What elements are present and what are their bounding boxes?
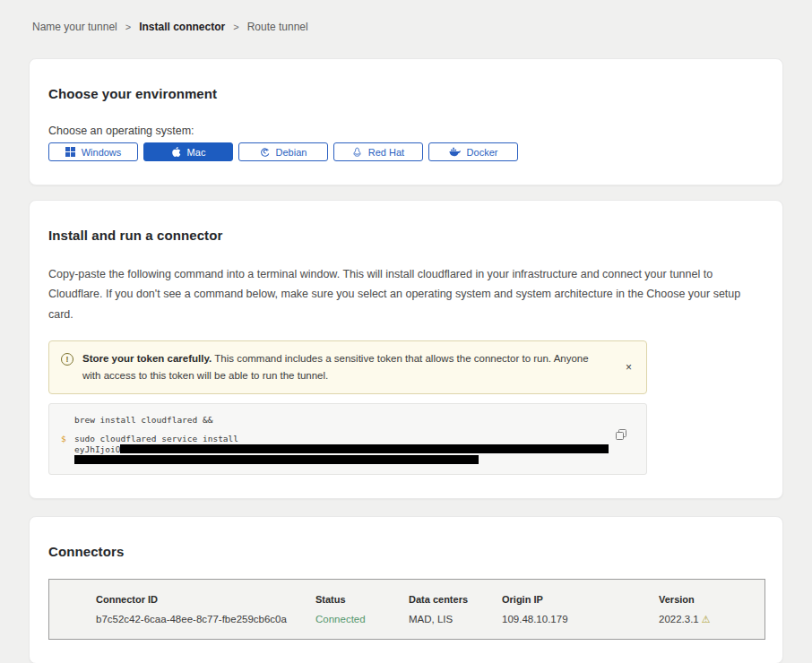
header-status: Status (315, 594, 409, 605)
connectors-table-header: Connector ID Status Data centers Origin … (96, 594, 756, 605)
cell-version: 2022.3.1⚠ (659, 614, 756, 625)
os-button-label: Docker (467, 147, 498, 158)
os-button-redhat[interactable]: Red Hat (333, 142, 423, 161)
breadcrumb: Name your tunnel > Install connector > R… (0, 0, 812, 33)
connectors-table: Connector ID Status Data centers Origin … (48, 579, 765, 640)
cell-connector-id: b7c52c42-6caa-48ee-8c77-fbe259cb6c0a (96, 614, 315, 624)
status-badge: Connected (315, 614, 409, 624)
breadcrumb-install-connector[interactable]: Install connector (139, 21, 225, 33)
os-button-label: Windows (82, 147, 122, 158)
token-prefix: eyJhIjoiO (74, 444, 120, 454)
token-warning-banner: ! Store your token carefully. This comma… (48, 340, 647, 394)
debian-logo-icon (260, 147, 270, 157)
code-line-sudo: $ sudo cloudflared service install (61, 434, 634, 444)
install-command-code-block: brew install cloudflared && $ sudo cloud… (48, 403, 647, 475)
os-button-label: Mac (187, 147, 206, 158)
header-connector-id: Connector ID (96, 594, 315, 605)
os-button-group: Windows Mac Debian Red Hat Docker (48, 142, 764, 161)
install-connector-title: Install and run a connector (48, 228, 764, 243)
apple-logo-icon (171, 147, 181, 158)
header-version: Version (659, 594, 756, 605)
close-icon[interactable]: × (622, 360, 635, 375)
os-button-label: Debian (276, 147, 307, 158)
code-line-brew: brew install cloudflared && (61, 415, 634, 426)
choose-environment-card: Choose your environment Choose an operat… (29, 58, 783, 185)
version-warning-icon: ⚠ (702, 614, 711, 624)
breadcrumb-name-your-tunnel[interactable]: Name your tunnel (32, 21, 117, 33)
token-warning-title: Store your token carefully. (82, 353, 212, 364)
os-button-windows[interactable]: Windows (48, 142, 138, 161)
redhat-logo-icon (352, 147, 362, 158)
table-row: b7c52c42-6caa-48ee-8c77-fbe259cb6c0a Con… (96, 614, 756, 625)
redacted-token-bar (74, 455, 479, 464)
docker-logo-icon (449, 147, 461, 157)
install-connector-card: Install and run a connector Copy-paste t… (29, 200, 783, 499)
redacted-token-bar (120, 444, 609, 453)
breadcrumb-separator: > (125, 22, 131, 32)
os-button-label: Red Hat (368, 147, 404, 158)
breadcrumb-route-tunnel[interactable]: Route tunnel (247, 21, 308, 33)
connectors-title: Connectors (48, 544, 764, 559)
code-line-token-2 (61, 454, 634, 464)
copy-icon[interactable] (616, 429, 626, 443)
connectors-card: Connectors Connector ID Status Data cent… (29, 516, 783, 663)
os-button-docker[interactable]: Docker (428, 142, 518, 161)
os-button-mac[interactable]: Mac (143, 142, 233, 161)
choose-environment-title: Choose your environment (48, 86, 764, 101)
cell-data-centers: MAD, LIS (409, 614, 502, 624)
token-warning-text: Store your token carefully. This command… (82, 350, 622, 384)
alert-circle-icon: ! (61, 353, 73, 366)
breadcrumb-separator: > (233, 22, 238, 32)
shell-prompt: $ (61, 434, 74, 444)
code-line-token: eyJhIjoiO (61, 444, 634, 454)
os-button-debian[interactable]: Debian (238, 142, 328, 161)
header-data-centers: Data centers (409, 594, 502, 605)
os-select-label: Choose an operating system: (48, 125, 764, 137)
header-origin-ip: Origin IP (502, 594, 659, 605)
install-description: Copy-paste the following command into a … (48, 264, 764, 324)
windows-logo-icon (65, 147, 75, 157)
cell-origin-ip: 109.48.10.179 (502, 614, 659, 624)
